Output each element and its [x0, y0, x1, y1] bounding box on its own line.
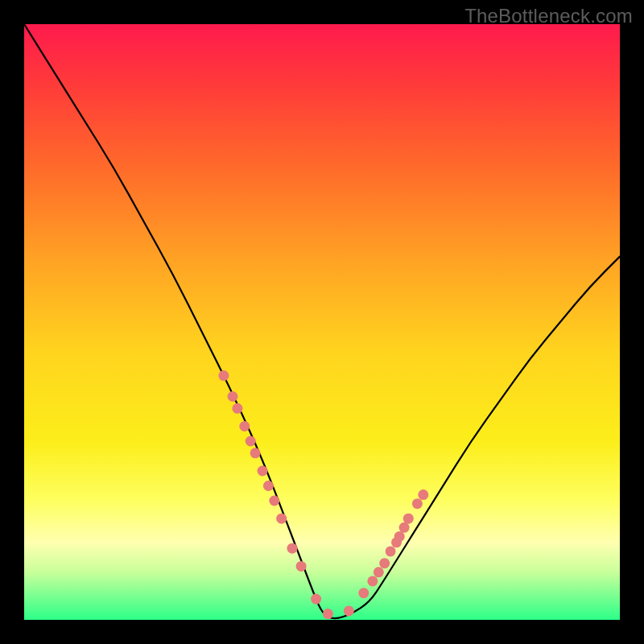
highlight-dot [311, 594, 321, 605]
highlight-dot [250, 448, 261, 458]
highlight-dot [276, 514, 287, 524]
highlight-dot [239, 421, 250, 431]
highlight-dot [386, 546, 396, 556]
highlight-dot [358, 588, 369, 598]
highlight-dot [228, 391, 238, 402]
highlight-dot [394, 531, 405, 542]
highlight-dot [246, 436, 256, 447]
highlight-dot [344, 605, 354, 616]
highlight-dot [367, 576, 378, 586]
highlight-dot [403, 514, 414, 524]
chart-svg [24, 24, 620, 620]
highlight-dot [258, 466, 268, 477]
highlight-dot [296, 561, 307, 572]
highlight-dot [232, 403, 242, 414]
highlight-dot [269, 496, 279, 506]
highlight-dot [218, 370, 229, 381]
highlight-dot [399, 522, 410, 533]
watermark-text: TheBottleneck.com [464, 5, 633, 27]
highlight-dots-group [218, 370, 428, 619]
chart-frame: TheBottleneck.com [0, 0, 644, 644]
highlight-dot [379, 558, 390, 568]
highlight-dot [418, 489, 428, 500]
highlight-dot [412, 498, 423, 509]
plot-area [24, 24, 620, 620]
highlight-dot [374, 567, 384, 577]
highlight-dot [323, 609, 333, 619]
highlight-dot [263, 481, 274, 491]
highlight-dot [287, 543, 298, 554]
bottleneck-curve-path [24, 24, 620, 618]
